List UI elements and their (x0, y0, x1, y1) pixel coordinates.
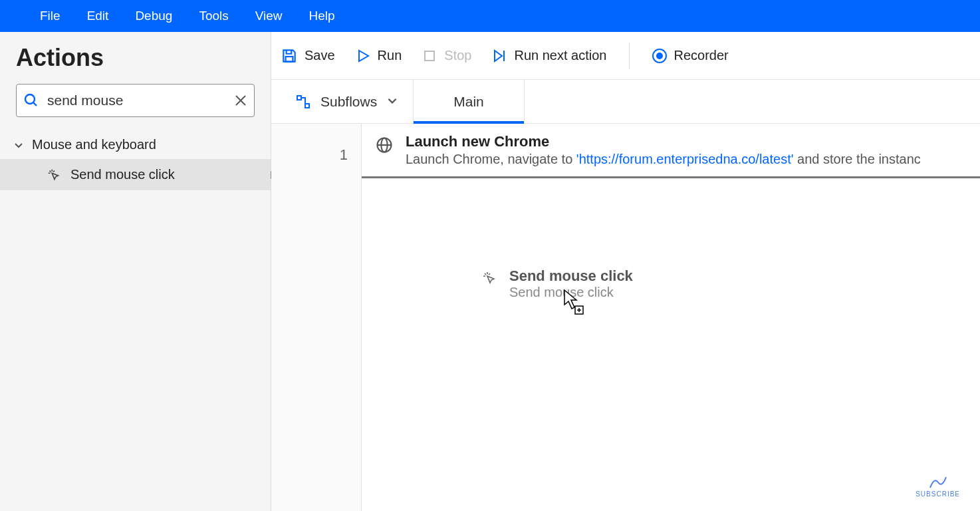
toolbar-separator (629, 43, 630, 69)
menu-help[interactable]: Help (309, 9, 335, 23)
tabbar: Subflows Main (271, 80, 980, 124)
chevron-down-icon (386, 94, 398, 110)
menu-tools[interactable]: Tools (199, 9, 228, 23)
tab-main[interactable]: Main (414, 80, 525, 123)
svg-line-1 (33, 102, 37, 106)
canvas[interactable]: Launch new Chrome Launch Chrome, navigat… (362, 124, 980, 511)
globe-icon (375, 136, 394, 154)
step-gutter: 1 (271, 124, 362, 511)
main-area: Save Run Stop Run next action (271, 32, 980, 511)
step-title: Launch new Chrome (406, 133, 921, 150)
click-icon (481, 270, 497, 286)
search-actions-box[interactable] (16, 84, 255, 117)
stop-icon (422, 48, 437, 64)
recorder-button[interactable]: Recorder (652, 48, 728, 63)
subflows-icon (295, 94, 311, 110)
toolbar: Save Run Stop Run next action (271, 32, 980, 80)
action-item-label: Send mouse click (70, 167, 175, 182)
subflows-dropdown[interactable]: Subflows (281, 80, 414, 123)
menu-view[interactable]: View (255, 9, 283, 23)
category-label: Mouse and keyboard (32, 137, 156, 152)
svg-rect-6 (425, 51, 434, 61)
ghost-title: Send mouse click (509, 267, 633, 285)
step-url: 'https://forum.enterprisedna.co/latest' (576, 152, 794, 166)
clear-search-icon[interactable] (234, 94, 247, 107)
actions-sidebar: Actions Mouse and keyboard (0, 32, 271, 511)
save-icon (281, 47, 298, 65)
run-label: Run (378, 48, 402, 63)
step-icon (491, 48, 507, 64)
menu-debug[interactable]: Debug (135, 9, 172, 23)
click-icon (47, 168, 61, 182)
run-next-button[interactable]: Run next action (491, 48, 606, 64)
ghost-desc: Send mouse click (509, 285, 633, 300)
record-icon (652, 49, 667, 63)
play-icon (355, 48, 371, 64)
watermark: SUBSCRIBE (916, 476, 960, 498)
svg-rect-9 (297, 96, 301, 100)
menu-file[interactable]: File (40, 9, 61, 23)
svg-rect-14 (575, 306, 583, 314)
drag-ghost-send-mouse-click: Send mouse click Send mouse click (481, 267, 633, 300)
save-label: Save (305, 48, 335, 63)
svg-marker-5 (359, 51, 368, 61)
step-description: Launch Chrome, navigate to 'https://foru… (406, 152, 921, 167)
recorder-label: Recorder (674, 48, 728, 63)
step-number: 1 (340, 146, 348, 164)
subflows-label: Subflows (320, 94, 377, 110)
menubar: File Edit Debug Tools View Help (0, 0, 980, 32)
menu-edit[interactable]: Edit (87, 9, 109, 23)
run-button[interactable]: Run (355, 48, 402, 64)
stop-button[interactable]: Stop (422, 48, 471, 64)
run-next-label: Run next action (514, 48, 606, 63)
flow-designer[interactable]: 1 Launch new Chrome Launch Chrome, navig… (271, 124, 980, 511)
chevron-down-icon (13, 140, 24, 150)
search-icon (23, 92, 39, 108)
save-button[interactable]: Save (281, 47, 335, 65)
stop-label: Stop (444, 48, 471, 63)
action-send-mouse-click[interactable]: Send mouse click (0, 159, 271, 190)
tab-main-label: Main (453, 94, 484, 110)
step-launch-chrome[interactable]: Launch new Chrome Launch Chrome, navigat… (362, 124, 980, 178)
svg-marker-7 (495, 51, 502, 61)
sidebar-title: Actions (0, 44, 271, 84)
svg-point-0 (25, 94, 35, 104)
svg-rect-4 (286, 57, 293, 62)
category-mouse-keyboard[interactable]: Mouse and keyboard (0, 130, 271, 159)
search-input[interactable] (47, 92, 234, 108)
